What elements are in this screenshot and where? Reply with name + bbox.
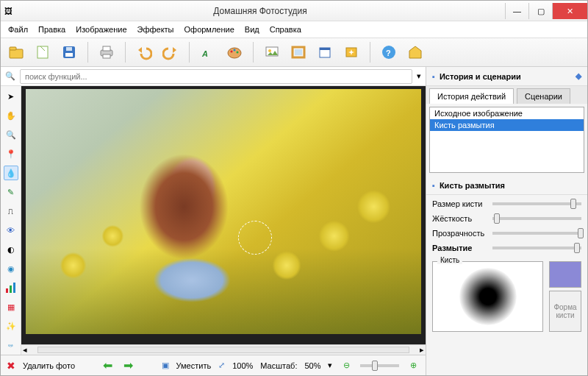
left-toolbox: ➤ ✋ 🔍 📍 💧 ✎ ⎍ 👁 ◐ ◉ ▦ ✨ ⎃ (1, 86, 21, 355)
maximize-button[interactable]: ▢ (528, 3, 552, 19)
opacity-label: Прозрачность (432, 229, 488, 238)
svg-rect-25 (13, 283, 15, 293)
open-icon[interactable] (5, 41, 27, 63)
pencil-tool-icon[interactable]: ✎ (4, 185, 18, 199)
insert-image-icon[interactable] (261, 41, 283, 63)
tab-history[interactable]: История действий (429, 88, 514, 104)
color-swatch[interactable] (549, 261, 581, 288)
svg-rect-7 (103, 46, 110, 51)
new-icon[interactable] (32, 41, 54, 63)
svg-rect-24 (10, 285, 12, 293)
search-icon: 🔍 (5, 71, 15, 81)
blur-brush-tool-icon[interactable]: 💧 (4, 166, 18, 180)
collapse-icon[interactable]: ▪ (432, 72, 435, 81)
zoom-tool-icon[interactable]: 🔍 (4, 127, 18, 142)
scale-value: 50% (304, 361, 320, 370)
menu-design[interactable]: Оформление (180, 24, 239, 35)
menu-view[interactable]: Вид (240, 24, 264, 35)
brush-size-slider[interactable] (492, 202, 581, 205)
collapse-icon[interactable]: ▪ (432, 181, 435, 190)
right-panel: ▪ История и сценарии ◆ История действий … (426, 67, 587, 376)
close-button[interactable]: ✕ (552, 3, 587, 19)
eye-tool-icon[interactable]: 👁 (4, 223, 18, 238)
pin-tool-icon[interactable]: 📍 (4, 146, 18, 161)
titlebar: 🖼 Домашняя Фотостудия — ▢ ✕ (1, 1, 587, 21)
hardness-label: Жёсткость (432, 214, 488, 223)
zoom-slider[interactable] (360, 364, 399, 367)
undo-icon[interactable] (133, 41, 155, 63)
blur-slider[interactable] (492, 246, 581, 249)
svg-point-13 (237, 52, 239, 54)
brush-preview-label: Кисть (437, 256, 462, 264)
window-title: Домашняя Фотостудия (15, 6, 505, 16)
tab-scenarios[interactable]: Сценарии (517, 88, 570, 104)
calendar-icon[interactable] (314, 41, 336, 63)
scale-label: Масштаб: (260, 361, 297, 370)
svg-text:?: ? (386, 49, 391, 57)
frame-icon[interactable] (287, 41, 309, 63)
panel-menu-icon[interactable]: ◆ (576, 71, 581, 81)
help-icon[interactable]: ? (378, 41, 400, 63)
home-icon[interactable] (404, 41, 426, 63)
save-icon[interactable] (58, 41, 80, 63)
hardness-slider[interactable] (492, 217, 581, 220)
palette-icon[interactable] (223, 41, 245, 63)
brush-preview-image (459, 268, 517, 325)
prev-button[interactable]: ⬅ (101, 359, 115, 372)
searchbar: 🔍 ▾ (1, 67, 426, 86)
minimize-button[interactable]: — (505, 3, 528, 19)
history-panel-title: История и сценарии (440, 72, 521, 81)
text-icon[interactable]: A (197, 41, 219, 63)
canvas[interactable] (21, 86, 426, 344)
menu-file[interactable]: Файл (4, 24, 32, 35)
cursor-tool-icon[interactable]: ➤ (4, 89, 18, 104)
svg-rect-19 (320, 48, 330, 50)
brush-cursor-icon (238, 221, 272, 255)
print-icon[interactable] (96, 41, 118, 63)
next-button[interactable]: ➡ (122, 359, 135, 372)
hand-tool-icon[interactable]: ✋ (4, 108, 18, 123)
svg-point-12 (234, 49, 236, 52)
menubar: Файл Правка Изображение Эффекты Оформлен… (1, 21, 587, 38)
svg-rect-1 (10, 47, 16, 50)
scale-dropdown-icon[interactable]: ▾ (328, 361, 332, 370)
levels-tool-icon[interactable] (4, 280, 18, 295)
menu-edit[interactable]: Правка (34, 24, 70, 35)
layers-tool-icon[interactable]: ▦ (4, 299, 18, 314)
delete-icon[interactable]: ✖ (7, 360, 15, 372)
svg-rect-17 (295, 49, 302, 55)
sparkle-icon[interactable] (340, 41, 362, 63)
contrast-tool-icon[interactable]: ◐ (4, 242, 18, 257)
search-input[interactable] (20, 69, 412, 84)
svg-rect-5 (66, 47, 72, 51)
stamp-tool-icon[interactable]: ⎍ (4, 204, 18, 219)
history-item[interactable]: Исходное изображение (430, 107, 584, 119)
svg-text:A: A (201, 49, 208, 58)
fx-tool-icon[interactable]: ✨ (4, 319, 18, 333)
svg-point-15 (268, 49, 271, 52)
brush-preview: Кисть (432, 261, 543, 332)
menu-effects[interactable]: Эффекты (133, 24, 179, 35)
delete-photo-button[interactable]: Удалить фото (23, 361, 75, 370)
crop-tool-icon[interactable]: ⎃ (4, 338, 18, 352)
history-list[interactable]: Исходное изображение Кисть размытия (429, 107, 584, 173)
redo-icon[interactable] (159, 41, 182, 63)
zoom-out-button[interactable]: ⊖ (340, 359, 353, 372)
svg-rect-23 (6, 288, 8, 293)
actual-size-label[interactable]: 100% (232, 361, 253, 370)
history-item[interactable]: Кисть размытия (430, 119, 584, 131)
toolbar: A ? (1, 38, 587, 67)
fit-button[interactable]: Уместить (176, 361, 212, 370)
opacity-slider[interactable] (492, 232, 581, 235)
photo-image (26, 89, 421, 334)
search-dropdown-icon[interactable]: ▾ (417, 71, 421, 81)
svg-point-11 (231, 51, 233, 53)
brush-shape-button[interactable]: Форма кисти (549, 291, 581, 332)
menu-help[interactable]: Справка (265, 24, 306, 35)
menu-image[interactable]: Изображение (71, 24, 131, 35)
horizontal-scrollbar[interactable]: ◂▸ (21, 344, 426, 355)
swirl-tool-icon[interactable]: ◉ (4, 261, 18, 276)
fit-icon[interactable]: ▣ (162, 361, 169, 370)
zoom-in-button[interactable]: ⊕ (406, 359, 420, 372)
actual-size-icon[interactable]: ⤢ (218, 361, 225, 370)
